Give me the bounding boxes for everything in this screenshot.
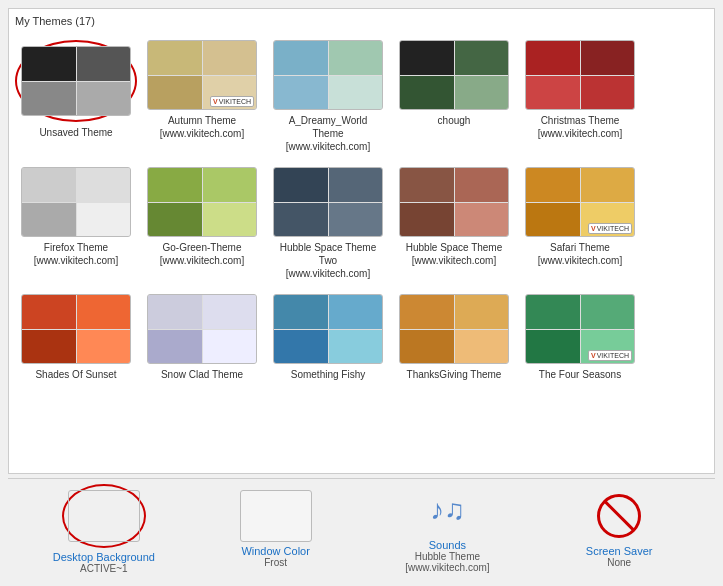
theme-item-gogreen[interactable]: Go-Green-Theme [www.vikitech.com] (141, 162, 263, 285)
theme-thumbnail-snowclad (147, 294, 257, 364)
theme-label-christmas: Christmas Theme [www.vikitech.com] (538, 114, 622, 140)
theme-label-seasons: The Four Seasons (539, 368, 621, 381)
sounds-title: Sounds (429, 539, 466, 551)
window-color-subtitle: Frost (264, 557, 287, 568)
theme-item-sunset[interactable]: Shades Of Sunset (15, 289, 137, 386)
theme-item-thanksgiving[interactable]: ThanksGiving Theme (393, 289, 515, 386)
theme-label-autumn: Autumn Theme [www.vikitech.com] (160, 114, 244, 140)
bottom-item-window-color[interactable]: Window Color Frost (201, 490, 351, 568)
theme-label-sunset: Shades Of Sunset (35, 368, 116, 381)
theme-label-unsaved: Unsaved Theme (39, 126, 112, 139)
bottom-item-sounds[interactable]: ♪♫ Sounds Hubble Theme [www.vikitech.com… (372, 484, 522, 573)
theme-item-chough[interactable]: chough (393, 35, 515, 158)
sounds-icon: ♪♫ (430, 496, 465, 524)
theme-thumbnail-unsaved (21, 46, 131, 116)
theme-item-fishy[interactable]: Something Fishy (267, 289, 389, 386)
theme-thumbnail-sunset (21, 294, 131, 364)
themes-panel: My Themes (17) Unsaved ThemeV VIKITECHAu… (8, 8, 715, 474)
theme-item-snowclad[interactable]: Snow Clad Theme (141, 289, 263, 386)
theme-label-gogreen: Go-Green-Theme [www.vikitech.com] (160, 241, 244, 267)
theme-thumbnail-fishy (273, 294, 383, 364)
vikitech-badge: V VIKITECH (210, 96, 254, 107)
window-color-title: Window Color (241, 545, 309, 557)
theme-label-thanksgiving: ThanksGiving Theme (407, 368, 502, 381)
theme-thumbnail-chough (399, 40, 509, 110)
theme-label-hubble1: Hubble Space Theme Two [www.vikitech.com… (272, 241, 384, 280)
no-icon (597, 494, 641, 538)
theme-label-chough: chough (438, 114, 471, 127)
theme-label-fishy: Something Fishy (291, 368, 365, 381)
theme-item-hubble1[interactable]: Hubble Space Theme Two [www.vikitech.com… (267, 162, 389, 285)
desktop-bg-title: Desktop Background (53, 551, 155, 563)
theme-label-dreamy: A_Dreamy_World Theme [www.vikitech.com] (272, 114, 384, 153)
panel-title: My Themes (17) (15, 15, 708, 27)
theme-item-unsaved[interactable]: Unsaved Theme (15, 35, 137, 158)
window-color-thumbnail (240, 490, 312, 542)
theme-thumbnail-gogreen (147, 167, 257, 237)
vikitech-badge: V VIKITECH (588, 223, 632, 234)
theme-item-firefox[interactable]: Firefox Theme [www.vikitech.com] (15, 162, 137, 285)
screensaver-title: Screen Saver (586, 545, 653, 557)
theme-thumbnail-firefox (21, 167, 131, 237)
vikitech-badge: V VIKITECH (588, 350, 632, 361)
theme-thumbnail-hubble1 (273, 167, 383, 237)
theme-label-hubble2: Hubble Space Theme [www.vikitech.com] (406, 241, 503, 267)
theme-thumbnail-thanksgiving (399, 294, 509, 364)
themes-grid: Unsaved ThemeV VIKITECHAutumn Theme [www… (15, 35, 708, 386)
theme-label-snowclad: Snow Clad Theme (161, 368, 243, 381)
theme-label-safari: Safari Theme [www.vikitech.com] (538, 241, 622, 267)
sounds-thumbnail: ♪♫ (411, 484, 483, 536)
desktop-bg-thumbnail (68, 490, 140, 542)
theme-label-firefox: Firefox Theme [www.vikitech.com] (34, 241, 118, 267)
theme-item-autumn[interactable]: V VIKITECHAutumn Theme [www.vikitech.com… (141, 35, 263, 158)
theme-item-dreamy[interactable]: A_Dreamy_World Theme [www.vikitech.com] (267, 35, 389, 158)
sounds-subtitle: Hubble Theme [www.vikitech.com] (372, 551, 522, 573)
desktop-bg-circle (62, 484, 146, 548)
desktop-bg-subtitle: ACTIVE~1 (80, 563, 128, 574)
theme-thumbnail-safari: V VIKITECH (525, 167, 635, 237)
screensaver-thumbnail (583, 490, 655, 542)
main-container: My Themes (17) Unsaved ThemeV VIKITECHAu… (0, 0, 723, 586)
theme-thumbnail-hubble2 (399, 167, 509, 237)
theme-thumbnail-autumn: V VIKITECH (147, 40, 257, 110)
theme-thumbnail-seasons: V VIKITECH (525, 294, 635, 364)
theme-item-safari[interactable]: V VIKITECHSafari Theme [www.vikitech.com… (519, 162, 641, 285)
theme-thumbnail-christmas (525, 40, 635, 110)
bottom-item-screensaver[interactable]: Screen Saver None (544, 490, 694, 568)
theme-thumbnail-dreamy (273, 40, 383, 110)
bottom-item-desktop[interactable]: Desktop Background ACTIVE~1 (29, 484, 179, 574)
screensaver-subtitle: None (607, 557, 631, 568)
theme-item-christmas[interactable]: Christmas Theme [www.vikitech.com] (519, 35, 641, 158)
bottom-bar: Desktop Background ACTIVE~1 Window Color… (8, 478, 715, 578)
theme-item-seasons[interactable]: V VIKITECHThe Four Seasons (519, 289, 641, 386)
theme-item-hubble2[interactable]: Hubble Space Theme [www.vikitech.com] (393, 162, 515, 285)
